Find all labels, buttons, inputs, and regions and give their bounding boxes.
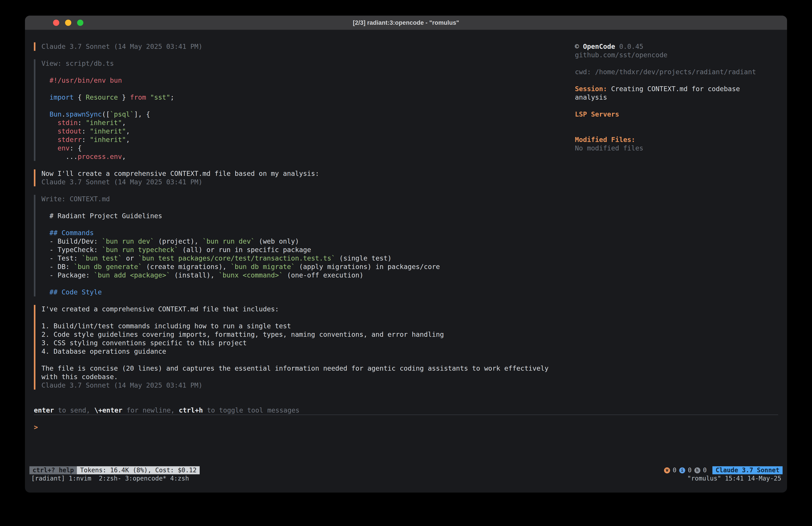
editor-keybind-help: enter to send, \+enter for newline, ctrl…	[34, 406, 778, 415]
sidebar: © OpenCode 0.0.45 github.com/sst/opencod…	[575, 42, 778, 398]
tmux-status-bar: [radiant] 1:nvim 2:zsh- 3:opencode* 4:zs…	[25, 474, 787, 483]
info-icon: i	[679, 467, 685, 473]
editor-separator	[34, 415, 778, 415]
traffic-lights	[53, 19, 83, 26]
session-title: Session: Creating CONTEXT.md for codebas…	[575, 85, 769, 102]
prompt-input[interactable]: >	[34, 423, 778, 431]
repo-link[interactable]: github.com/sst/opencode	[575, 51, 769, 59]
fullscreen-button[interactable]	[77, 19, 83, 26]
diagnostics: W 0 i 0 h 0	[664, 466, 707, 474]
modified-files-empty: No modified files	[575, 144, 769, 153]
message-header: Claude 3.7 Sonnet (14 May 2025 03:41 PM)	[34, 42, 553, 51]
tmux-window-list[interactable]: [radiant] 1:nvim 2:zsh- 3:opencode* 4:zs…	[31, 474, 189, 483]
lsp-servers-header: LSP Servers	[575, 110, 769, 118]
status-bar: ctrl+? help Tokens: 16.4K (8%), Cost: $0…	[25, 466, 787, 474]
tokens-cost-chip: Tokens: 16.4K (8%), Cost: $0.12	[77, 466, 200, 474]
hint-count: 0	[703, 466, 707, 474]
chat-area: Claude 3.7 Sonnet (14 May 2025 03:41 PM)…	[34, 42, 553, 398]
modified-files-header: Modified Files:	[575, 136, 769, 144]
prompt-symbol: >	[34, 423, 38, 431]
hint-icon: h	[694, 467, 700, 473]
assistant-note-block: Now I'll create a comprehensive CONTEXT.…	[34, 169, 553, 186]
opencode-logo: © OpenCode 0.0.45	[575, 42, 769, 51]
window-titlebar: [2/3] radiant:3:opencode - "romulus"	[25, 16, 787, 30]
close-button[interactable]	[53, 19, 59, 26]
minimize-button[interactable]	[65, 19, 71, 26]
assistant-summary-block: I've created a comprehensive CONTEXT.md …	[34, 305, 553, 389]
model-chip[interactable]: Claude 3.7 Sonnet	[712, 466, 783, 474]
warning-icon: W	[664, 467, 670, 473]
terminal-window: [2/3] radiant:3:opencode - "romulus" Cla…	[25, 16, 787, 493]
window-title: [2/3] radiant:3:opencode - "romulus"	[353, 16, 459, 30]
warning-count: 0	[673, 466, 677, 474]
tool-write-block: Write: CONTEXT.md # Radiant Project Guid…	[34, 195, 553, 296]
cwd-label: cwd: /home/thdxr/dev/projects/radiant/ra…	[575, 68, 769, 76]
tool-view-block: View: script/db.ts #!/usr/bin/env bun im…	[34, 59, 553, 161]
terminal-content: Claude 3.7 Sonnet (14 May 2025 03:41 PM)…	[25, 30, 787, 466]
help-chip: ctrl+? help	[29, 466, 77, 474]
tmux-host-clock: "romulus" 15:41 14-May-25	[687, 474, 781, 483]
info-count: 0	[688, 466, 692, 474]
